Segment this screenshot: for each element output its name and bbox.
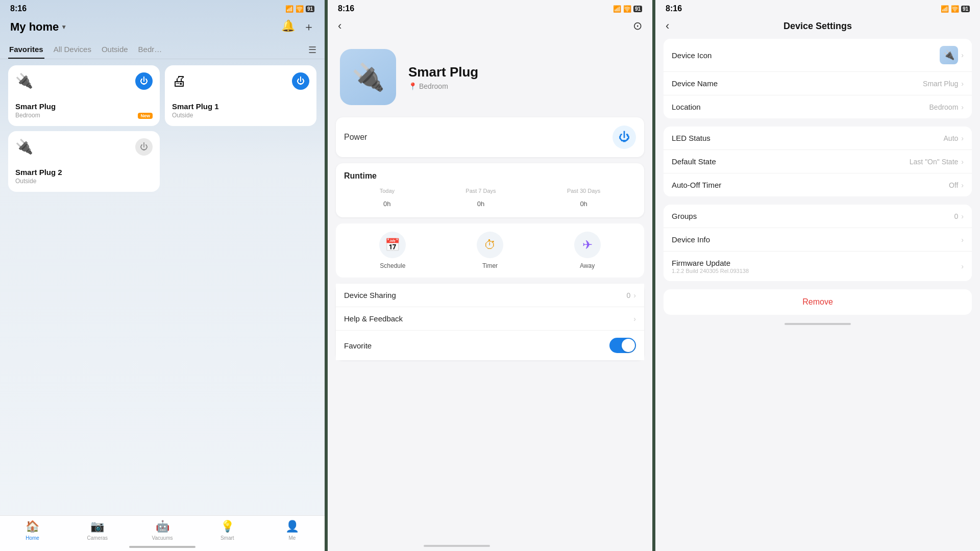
device-card-smart-plug-2[interactable]: 🔌 ⏻ Smart Plug 2 Outside [8, 131, 160, 192]
runtime-period-today: Today [380, 188, 395, 194]
power-button[interactable]: ⏻ [135, 72, 153, 90]
device-card-smart-plug[interactable]: 🔌 ⏻ Smart Plug Bedroom New [8, 65, 160, 126]
device-name-chevron: › [961, 80, 964, 88]
power-button[interactable]: ⏻ [292, 72, 309, 90]
device-hero-info: Smart Plug 📍 Bedroom [408, 64, 640, 90]
device-card-name: Smart Plug 1 [172, 102, 309, 111]
action-timer[interactable]: ⏱ Timer [477, 232, 503, 269]
tab-outside[interactable]: Outside [101, 41, 129, 59]
auto-off-label: Auto-Off Timer [672, 181, 721, 189]
me-nav-icon: 👤 [285, 520, 299, 533]
device-card-name: Smart Plug [15, 102, 153, 111]
add-icon[interactable]: ＋ [303, 19, 314, 35]
status-icons-p2: 📶 🛜 91 [613, 5, 642, 13]
sharing-card: Device Sharing 0 › Help & Feedback › Fav… [336, 284, 644, 360]
status-icons-p3: 📶 🛜 91 [941, 5, 970, 13]
setting-auto-off[interactable]: Auto-Off Timer Off › [664, 173, 972, 196]
device-detail-panel: 8:16 📶 🛜 91 ‹ ⊙ 🔌 Smart Plug 📍 Bedroom P… [328, 0, 652, 551]
vacuums-nav-icon: 🤖 [156, 520, 169, 533]
home-indicator-bar [129, 546, 195, 548]
tab-bedroom[interactable]: Bedr… [137, 41, 163, 59]
status-time: 8:16 [10, 4, 27, 13]
device-hero-location: 📍 Bedroom [408, 82, 640, 90]
power-label: Power [344, 133, 367, 142]
wifi-icon: 🛜 [296, 5, 304, 13]
home-title[interactable]: My home ▼ [10, 20, 67, 34]
back-button[interactable]: ‹ [338, 19, 341, 33]
nav-home[interactable]: 🏠 Home [0, 520, 65, 541]
action-away-label: Away [580, 262, 595, 269]
action-schedule[interactable]: 📅 Schedule [379, 232, 406, 269]
device-card-smart-plug-1[interactable]: 🖨 ⏻ Smart Plug 1 Outside [165, 65, 316, 126]
tab-all-devices[interactable]: All Devices [53, 41, 92, 59]
runtime-30days: Past 30 Days 0h [567, 188, 600, 209]
runtime-today: Today 0h [380, 188, 395, 209]
setting-default-state[interactable]: Default State Last "On" State › [664, 150, 972, 173]
action-away[interactable]: ✈ Away [574, 232, 601, 269]
device-info-section: Device Icon 🔌 › Device Name Smart Plug ›… [664, 39, 972, 118]
settings-button[interactable]: ⊙ [633, 19, 642, 33]
new-badge: New [138, 113, 153, 119]
nav-cameras[interactable]: 📷 Cameras [65, 520, 130, 541]
device-grid: 🔌 ⏻ Smart Plug Bedroom New 🖨 ⏻ Smart Plu… [0, 65, 325, 192]
status-bar-p2: 8:16 📶 🛜 91 [328, 0, 652, 15]
device-advanced-section: Groups 0 › Device Info › Firmware Update… [664, 205, 972, 281]
location-current: Bedroom [929, 103, 959, 111]
firmware-value: › [961, 262, 964, 270]
nav-me[interactable]: 👤 Me [260, 520, 325, 541]
setting-firmware-update[interactable]: Firmware Update 1.2.2 Build 240305 Rel.0… [664, 252, 972, 281]
nav-smart[interactable]: 💡 Smart [195, 520, 260, 541]
setting-device-icon[interactable]: Device Icon 🔌 › [664, 39, 972, 72]
signal-icon: 📶 [285, 5, 293, 13]
location-chevron: › [961, 103, 964, 111]
device-sharing-label: Device Sharing [344, 291, 396, 299]
power-button-off[interactable]: ⏻ [135, 138, 153, 156]
action-schedule-label: Schedule [380, 262, 405, 269]
device-sharing-row[interactable]: Device Sharing 0 › [336, 284, 644, 307]
setting-location[interactable]: Location Bedroom › [664, 95, 972, 118]
device-icon-chevron: › [961, 51, 964, 59]
groups-label: Groups [672, 212, 697, 220]
device-info-value: › [961, 236, 964, 244]
plug-icon: 🖨 [172, 72, 186, 89]
battery-icon: 91 [306, 6, 314, 12]
location-label: Location [672, 103, 701, 111]
nav-vacuums[interactable]: 🤖 Vacuums [130, 520, 194, 541]
runtime-7days: Past 7 Days 0h [465, 188, 496, 209]
sharing-chevron-icon: › [633, 291, 636, 299]
tab-menu-icon[interactable]: ☰ [308, 44, 316, 56]
setting-device-info[interactable]: Device Info › [664, 228, 972, 252]
favorite-toggle[interactable] [609, 338, 636, 353]
led-status-chevron: › [961, 134, 964, 142]
help-feedback-row[interactable]: Help & Feedback › [336, 307, 644, 331]
home-header: My home ▼ 🔔 ＋ [0, 15, 325, 41]
tab-favorites[interactable]: Favorites [8, 41, 44, 59]
back-button-p3[interactable]: ‹ [666, 19, 669, 33]
timer-icon: ⏱ [477, 232, 503, 258]
led-status-label: LED Status [672, 134, 710, 142]
device-icon-label: Device Icon [672, 51, 712, 60]
runtime-val-today: 0h [380, 196, 395, 209]
firmware-chevron: › [961, 262, 964, 270]
auto-off-chevron: › [961, 181, 964, 189]
device-name-value: Smart Plug › [923, 80, 964, 88]
setting-led-status[interactable]: LED Status Auto › [664, 127, 972, 150]
power-toggle-button[interactable]: ⏻ [612, 126, 636, 149]
home-indicator-p3 [785, 323, 851, 325]
setting-device-name[interactable]: Device Name Smart Plug › [664, 72, 972, 95]
status-bar-p3: 8:16 📶 🛜 91 [655, 0, 980, 15]
home-nav-icon: 🏠 [26, 520, 39, 533]
detail-header: ‹ ⊙ [328, 15, 652, 39]
status-icons: 📶 🛜 91 [285, 5, 314, 13]
header-actions: 🔔 ＋ [281, 19, 314, 35]
away-icon: ✈ [574, 232, 601, 258]
status-time-p3: 8:16 [666, 4, 682, 13]
remove-device-button[interactable]: Remove [664, 289, 972, 315]
signal-icon-p3: 📶 [941, 5, 949, 13]
device-hero-name: Smart Plug [408, 64, 640, 80]
setting-groups[interactable]: Groups 0 › [664, 205, 972, 228]
notification-icon[interactable]: 🔔 [281, 19, 295, 35]
location-pin-icon: 📍 [408, 82, 417, 90]
help-chevron-icon: › [633, 315, 636, 323]
toggle-thumb [622, 339, 635, 352]
